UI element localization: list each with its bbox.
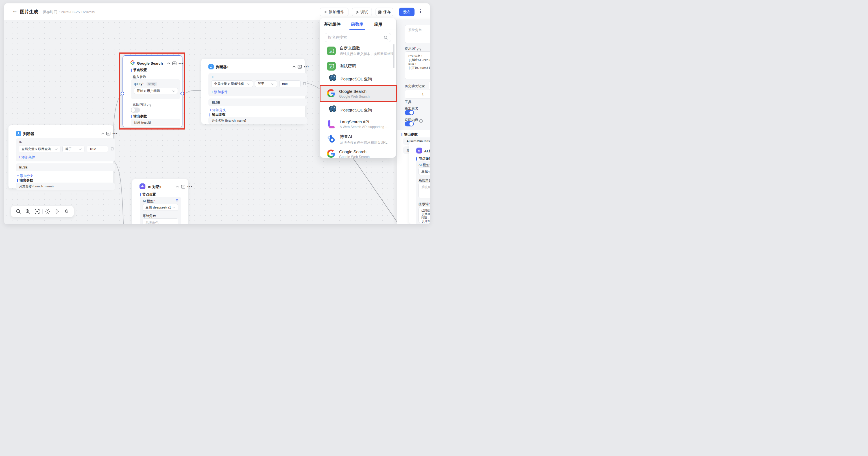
more-icon[interactable]: ●●● [304,65,309,68]
chevron-down-icon [247,82,250,85]
model-select[interactable]: 豆包-deepseek-r1 [143,204,178,211]
postgresql-icon [327,105,337,116]
node-google-search[interactable]: Google Search ●●● 节点设置 输入参数 query* strin… [123,55,182,127]
condition-value-input[interactable]: True [87,145,108,152]
zoom-out-icon[interactable] [14,206,23,217]
condition-left-select[interactable]: 全局变量 > 联网查询 [19,145,60,152]
system-role-textarea[interactable]: 系统角色 [418,183,430,198]
expand-vertical-icon[interactable] [52,206,62,217]
auto-layout-star-icon[interactable] [62,206,71,217]
kebab-menu-icon[interactable]: ⋮ [417,8,423,14]
langsearch-icon [327,120,336,129]
tab-applications[interactable]: 应用 [374,22,382,27]
system-role-textarea[interactable]: 系统角色 [143,219,178,224]
add-branch-link[interactable]: + 添加分支 [210,108,226,112]
floppy-icon [378,10,381,14]
output-thinking-toggle[interactable] [405,110,414,115]
collapse-icon[interactable] [101,133,104,135]
return-content-toggle[interactable] [405,121,414,126]
prompt-line: 问题： [408,62,430,66]
list-item-postgresql[interactable]: PostgreSQL 查询 [320,104,396,116]
history-count-input[interactable]: 1 [405,90,430,98]
fx-icon: fx [327,46,336,55]
publish-button[interactable]: 发布 [399,8,414,17]
more-icon[interactable]: ●●● [187,185,193,188]
more-icon[interactable]: ●●● [179,62,184,65]
log-icon[interactable] [298,65,302,69]
app-window: ← 图片生成 保存时间：2025-03-25 16:02:35 添加组件 调试 … [4,3,430,224]
condition-op-select[interactable]: 等于 [62,145,85,152]
back-icon[interactable]: ← [12,8,18,14]
svg-text:fx: fx [330,50,333,53]
input-port[interactable] [121,92,124,95]
search-icon [384,36,388,40]
trash-icon[interactable] [303,82,306,86]
ai-chat-node-icon [140,184,146,189]
log-icon[interactable] [181,185,185,189]
add-component-button[interactable]: 添加组件 [320,8,348,17]
condition-left-select[interactable]: 全局变量 > 思考过程 [211,80,253,87]
add-branch-link[interactable]: + 添加分支 [17,173,33,178]
tab-function-library[interactable]: 函数库 [351,22,364,27]
debug-button[interactable]: 调试 [352,8,372,17]
collapse-vertical-icon[interactable] [43,206,53,217]
node-ai-chat1[interactable]: AI 对话1 ●●● 节点设置 AI 模型* ⚙ 豆包-deepseek-r1 … [132,179,188,224]
add-condition-link[interactable]: + 添加条件 [211,90,227,95]
search-input[interactable]: 按名称搜索 [325,33,391,42]
tools-button[interactable]: 工具 [429,81,430,90]
prompt-line: 问题： [421,216,430,220]
else-branch[interactable]: ELSE [16,163,115,171]
condition-value: True [90,147,96,151]
bocha-icon [327,134,336,144]
list-item-custom-function[interactable]: fx 自定义函数通过执行自定义脚本，实现数据处理 [320,43,396,59]
query-value-select[interactable]: 开始 > 用户问题 [134,88,178,94]
model-value: 豆包-deepseek-r1 [421,169,430,173]
output-port[interactable] [180,92,184,95]
else-label: ELSE [19,166,27,169]
prompt-label: 提示词*i [405,46,421,51]
zoom-in-icon[interactable] [23,206,32,217]
saved-time: 保存时间：2025-03-25 16:02:35 [43,9,95,15]
else-branch[interactable]: ELSE [208,98,307,106]
fx-icon: fx [327,62,336,70]
gear-icon[interactable]: ⚙ [175,198,179,202]
list-item-langsearch[interactable]: LangSearch APIA Web Search API supportin… [320,117,396,131]
model-label: AI 模型* [143,199,155,204]
list-item-bocha-ai[interactable]: 博查AI从博查搜索任何信息和网页URL [320,132,396,147]
system-role-textarea[interactable]: 系统角色 [405,25,430,43]
prompt-textarea[interactable]: 已知信息： {{博查AI.result}} 问题： {{开始.question}… [418,207,430,223]
list-item-test-password[interactable]: fx 测试密码 [320,60,396,72]
prompt-textarea[interactable]: 已知信息： {{博查AI.result}} 问题： {{开始.question}… [405,51,430,79]
condition-value-input[interactable]: true [279,80,301,87]
list-item-google-search[interactable]: Google SearchGoogle Web Search [320,85,396,102]
system-role-placeholder: 系统角色 [421,185,430,189]
collapse-icon[interactable] [292,66,296,68]
page-title: 图片生成 [20,9,38,15]
log-icon[interactable] [172,62,177,65]
prompt-line: {{博查AI.result}} [421,213,430,216]
history-label: 历史聊天记录 [405,84,425,89]
return-content-label: 返回内容i [133,102,151,107]
collapse-icon[interactable] [176,186,179,188]
node-judge1[interactable]: 判断器1 ●●● IF 全局变量 > 思考过程 等于 true + 添加条件 E… [201,58,305,124]
list-item-google-search[interactable]: Google SearchGoogle Web Search [320,147,396,158]
prompt-line: {{开始.question}} [408,66,430,70]
more-icon[interactable]: ●●● [113,132,118,135]
save-button[interactable]: 保存 [376,8,393,17]
log-icon[interactable] [106,132,111,135]
prompt-line: 已知信息： [421,209,430,213]
node-judge[interactable]: 判断器 ●●● IF 全局变量 > 联网查询 等于 True + 添加条件 EL… [8,125,114,189]
model-select[interactable]: 豆包-deepseek-r1 [418,168,430,175]
condition-op-select[interactable]: 等于 [255,80,277,87]
return-content-toggle[interactable] [131,107,140,112]
node-ai-chat2[interactable]: AI 对话2 节点设置 AI 模型* 豆包-deepseek-r1 系统角色 系… [409,142,430,224]
trash-icon[interactable] [111,147,114,151]
google-icon [130,60,135,66]
list-item-postgresql[interactable]: PostgreSQL 查询 [320,73,396,85]
add-condition-link[interactable]: + 添加条件 [19,155,35,160]
fit-view-icon[interactable] [32,206,42,217]
tab-basic-components[interactable]: 基础组件 [324,22,341,27]
collapse-icon[interactable] [167,62,170,64]
query-value: 开始 > 用户问题 [137,89,160,93]
scrollbar-thumb[interactable] [393,44,395,68]
